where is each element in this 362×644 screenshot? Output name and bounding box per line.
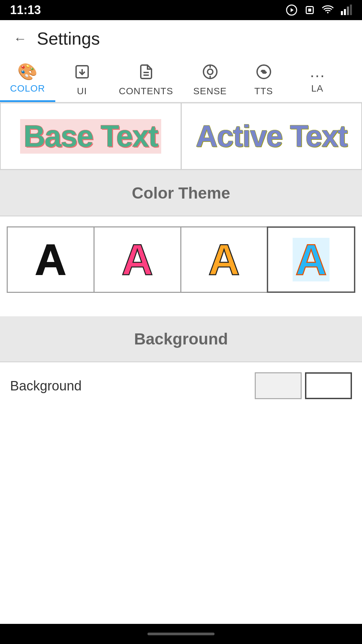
- contents-tab-icon: [138, 64, 154, 83]
- sense-tab-label: SENSE: [193, 86, 227, 97]
- la-tab-icon: …: [309, 64, 325, 80]
- theme-letter-pink: A: [122, 238, 153, 281]
- theme-letter-blue: A: [293, 238, 329, 281]
- theme-option-orange[interactable]: A: [180, 226, 267, 293]
- bottom-indicator: [147, 633, 215, 635]
- svg-point-14: [207, 69, 213, 74]
- contents-tab-label: CONTENTS: [119, 86, 173, 97]
- tab-tts[interactable]: TTS: [237, 57, 291, 102]
- sim-icon: [304, 4, 316, 16]
- tts-tab-label: TTS: [254, 86, 273, 97]
- theme-letter-black: A: [35, 238, 66, 281]
- sense-tab-icon: [202, 64, 218, 83]
- svg-rect-7: [347, 7, 349, 15]
- svg-rect-6: [344, 9, 346, 15]
- svg-rect-8: [350, 5, 352, 15]
- tab-la[interactable]: … LA: [291, 57, 344, 102]
- back-arrow-icon: ←: [13, 31, 27, 46]
- color-theme-options: A A A A: [0, 216, 362, 303]
- color-tab-icon: 🎨: [17, 64, 38, 80]
- ui-tab-label: UI: [77, 86, 87, 97]
- bottom-navigation-bar: [0, 624, 362, 644]
- text-previews: Base Text Active Text: [0, 103, 362, 170]
- status-time: 11:13: [10, 3, 41, 17]
- play-icon: [286, 4, 298, 16]
- svg-rect-3: [308, 9, 311, 12]
- signal-icon: [340, 4, 352, 16]
- active-text-preview: Active Text: [196, 119, 347, 154]
- tab-color[interactable]: 🎨 COLOR: [0, 57, 55, 102]
- theme-letter-orange: A: [208, 238, 240, 281]
- background-section-header: Background: [0, 316, 362, 362]
- tab-ui[interactable]: UI: [55, 57, 109, 102]
- swatch-light[interactable]: [255, 372, 302, 399]
- tabs-container: 🎨 COLOR UI CONTENTS: [0, 57, 362, 103]
- color-tab-label: COLOR: [10, 83, 45, 94]
- la-tab-label: LA: [311, 83, 323, 94]
- svg-point-4: [327, 12, 329, 13]
- color-theme-section-header: Color Theme: [0, 170, 362, 216]
- status-bar: 11:13: [0, 0, 362, 20]
- header: ← Settings: [0, 20, 362, 57]
- background-label: Background: [10, 378, 81, 393]
- back-button[interactable]: ←: [10, 29, 30, 49]
- base-text-panel[interactable]: Base Text: [0, 103, 181, 170]
- active-text-panel[interactable]: Active Text: [181, 103, 362, 170]
- page-title: Settings: [37, 29, 100, 49]
- ui-tab-icon: [74, 64, 90, 83]
- swatch-white[interactable]: [305, 372, 352, 399]
- theme-option-black[interactable]: A: [7, 226, 94, 293]
- background-row: Background: [0, 362, 362, 409]
- status-icons: [286, 4, 352, 16]
- background-swatches: [255, 372, 352, 399]
- color-theme-title: Color Theme: [132, 184, 230, 202]
- theme-option-blue[interactable]: A: [267, 226, 355, 293]
- background-section: Background Background: [0, 316, 362, 409]
- tts-tab-icon: [256, 64, 272, 83]
- wifi-icon: [322, 4, 334, 16]
- tab-sense[interactable]: SENSE: [183, 57, 237, 102]
- background-title: Background: [134, 330, 228, 348]
- svg-marker-1: [291, 8, 294, 12]
- svg-rect-5: [341, 11, 343, 15]
- base-text-preview: Base Text: [20, 119, 161, 154]
- theme-option-pink[interactable]: A: [94, 226, 180, 293]
- tab-contents[interactable]: CONTENTS: [109, 57, 183, 102]
